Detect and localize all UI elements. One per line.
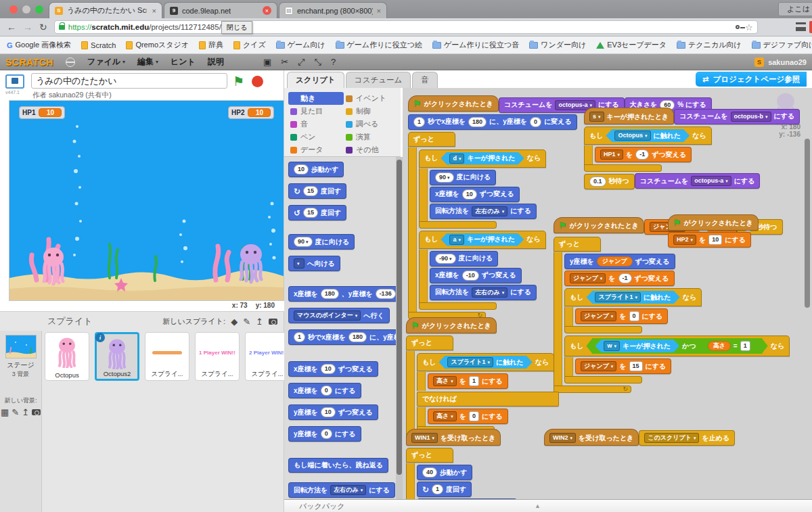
scratch-block[interactable]: もしスプライト1▾に触れたなら: [564, 288, 702, 306]
scratch-block[interactable]: ⚑がクリックされたとき: [408, 95, 499, 112]
bookmark-item[interactable]: GGoogle 画像検索: [7, 40, 71, 50]
c-block[interactable]: ずっと40歩動かす↻1度回すもし端に着いたら、跳ね返る↻: [406, 447, 517, 499]
dropdown-input[interactable]: マウスのポインター▾: [294, 310, 361, 321]
bookmark-star-icon[interactable]: ☆: [745, 22, 753, 32]
number-input[interactable]: 180: [321, 289, 339, 299]
c-block[interactable]: ずっともしスプライト1▾に触れたなら高さ▾を1にするでなければ高さ▾を0にする↻: [406, 335, 559, 443]
camera-icon[interactable]: [32, 409, 41, 415]
scratch-block[interactable]: マウスのポインター▾へ行く: [288, 308, 390, 323]
scratch-block[interactable]: ↻1度回す: [417, 482, 472, 497]
category-data[interactable]: データ: [288, 143, 344, 156]
category-motion[interactable]: 動き: [288, 92, 344, 105]
mac-minimize-button[interactable]: [22, 5, 30, 14]
tab-scripts[interactable]: スクリプト: [287, 72, 344, 88]
scratch-block[interactable]: x座標を180、y座標を-136にする: [288, 286, 397, 302]
number-input[interactable]: -1: [618, 273, 632, 283]
dropdown-input[interactable]: ジャンプ▾: [581, 311, 616, 321]
url-input[interactable]: https:// scratch.mit.edu /projects/11271…: [54, 20, 758, 34]
bookmark-folder[interactable]: ゲーム作りに役立つ音: [432, 40, 519, 50]
c-block[interactable]: もしスプライト1▾に触れたならジャンプ▾を0にする: [564, 287, 702, 333]
value-input[interactable]: 10: [708, 235, 722, 245]
dropdown-input[interactable]: d▾: [449, 154, 464, 164]
number-input[interactable]: 10: [321, 364, 336, 374]
bookmark-item[interactable]: クイズ: [233, 40, 266, 50]
scratch-block[interactable]: ずっと: [408, 132, 455, 147]
category-events[interactable]: イベント: [344, 92, 398, 105]
dropdown-input[interactable]: HP2▾: [673, 235, 696, 245]
scratch-block[interactable]: WIN2▾を受け取ったとき: [544, 429, 639, 446]
c-block[interactable]: ずっとy座標をジャンプずつ変えるジャンプ▾を-1ずつ変えるもしスプライト1▾に触…: [554, 236, 790, 393]
c-block[interactable]: もしd▾キーが押されたなら90▾度に向けるx座標を10ずつ変える回転方法を左右の…: [419, 149, 546, 229]
bookmark-folder[interactable]: デジファブ向け: [752, 40, 812, 50]
script-stack[interactable]: ⚑がクリックされたときずっともしスプライト1▾に触れたなら高さ▾を1にするでなけ…: [406, 317, 559, 444]
scratch-block[interactable]: x座標を10ずつ変える: [288, 361, 378, 377]
about-menu[interactable]: 説明: [208, 56, 224, 68]
number-input[interactable]: 40: [422, 467, 437, 478]
reload-icon[interactable]: ↻: [39, 22, 47, 32]
dropdown-input[interactable]: スプライト1▾: [447, 357, 493, 367]
scratch-block[interactable]: もし端に着いたら、跳ね返る: [288, 458, 388, 473]
scratch-block[interactable]: 90▾度に向ける: [430, 170, 496, 185]
palette-scrollbar-thumb[interactable]: [397, 160, 402, 475]
dropdown-input[interactable]: スプライト1▾: [595, 292, 641, 302]
number-input[interactable]: 1: [413, 117, 425, 127]
scratch-block[interactable]: 0.1秒待つ: [584, 174, 635, 189]
scratch-block[interactable]: ずっと: [406, 448, 453, 463]
stop-button[interactable]: [252, 76, 263, 87]
number-input[interactable]: 0.1: [589, 177, 606, 187]
forward-icon[interactable]: →: [23, 22, 32, 32]
tab-sounds[interactable]: 音: [412, 72, 438, 88]
variable-reporter[interactable]: 高さ: [708, 341, 731, 351]
chrome-menu-icon[interactable]: [796, 22, 806, 31]
stage-selector[interactable]: ステージ 3 背景 新しい背景: ▦ ✎ ↥: [0, 331, 42, 512]
number-input[interactable]: 180: [348, 332, 367, 342]
bookmark-folder[interactable]: ワンダー向け: [529, 40, 586, 50]
dropdown-input[interactable]: 左右のみ▾: [472, 287, 508, 298]
scratch-block[interactable]: x座標を10ずつ変える: [430, 187, 520, 202]
scratch-block[interactable]: 高さ▾を1にする: [428, 373, 508, 389]
sprite-library-icon[interactable]: ◆: [231, 317, 238, 326]
c-block[interactable]: もしOctopus▾に触れたならHP1▾を-1ずつ変える: [584, 126, 800, 172]
c-block[interactable]: もしa▾キーが押されたなら-90▾度に向けるx座標を-10ずつ変える回転方法を左…: [419, 230, 546, 310]
back-icon[interactable]: ←: [7, 22, 16, 32]
c-block[interactable]: もしスプライト1▾に触れたなら高さ▾を1にするでなければ高さ▾を0にする: [417, 352, 559, 434]
value-input[interactable]: 0: [629, 311, 639, 321]
number-input[interactable]: 1: [294, 332, 305, 342]
edit-menu[interactable]: 編集▾: [137, 56, 158, 68]
scratch-block[interactable]: x座標を-10ずつ変える: [430, 268, 522, 283]
fullscreen-button[interactable]: [5, 74, 24, 89]
scratch-block[interactable]: 高さ▾を0にする: [428, 409, 508, 424]
number-input[interactable]: 10: [294, 164, 309, 174]
scratch-block[interactable]: 10歩動かす: [288, 162, 344, 177]
scratch-block[interactable]: WIN1▾を受け取ったとき: [406, 429, 501, 446]
tab-costumes[interactable]: コスチューム: [346, 72, 411, 88]
scratch-block[interactable]: このスクリプト▾を止める: [639, 430, 735, 446]
number-dropdown-input[interactable]: 90▾: [435, 172, 454, 183]
scratch-block[interactable]: ⚑がクリックされたとき: [668, 214, 759, 231]
number-input[interactable]: 15: [303, 208, 318, 218]
stage[interactable]: HP1 10 HP2 10: [9, 100, 284, 301]
scripts-workspace[interactable]: x: 180 y: -136 ⊖ = ⊕ ⚑がクリックされたときコスチュームをo…: [403, 88, 812, 499]
backpack-bar[interactable]: バックパック ▲: [284, 499, 812, 512]
camera-icon[interactable]: [269, 319, 277, 325]
number-input[interactable]: 0: [321, 386, 332, 396]
category-more[interactable]: その他: [344, 143, 398, 156]
category-looks[interactable]: 見た目: [288, 105, 344, 118]
browser-tab-9leap[interactable]: 9 code.9leap.net ×: [164, 2, 277, 18]
number-input[interactable]: 0: [530, 117, 541, 127]
scratch-block[interactable]: ⚑がクリックされたとき: [554, 217, 644, 233]
scratch-block[interactable]: ジャンプ▾を15にする: [575, 358, 671, 374]
dropdown-input[interactable]: WIN2▾: [549, 433, 576, 443]
tips-menu[interactable]: ヒント: [171, 56, 196, 68]
bookmark-item[interactable]: Scratch: [81, 41, 116, 49]
scratch-block[interactable]: 回転方法を左右のみ▾にする: [430, 204, 537, 219]
sprite-card-win2[interactable]: 2 Player WIN!! スプライ...: [245, 332, 290, 381]
upload-sprite-icon[interactable]: ↥: [256, 317, 263, 326]
number-input[interactable]: 15: [303, 186, 318, 196]
paint-brush-icon[interactable]: ✎: [12, 408, 19, 417]
condition-hex[interactable]: w▾キーが押された: [595, 340, 679, 352]
number-input[interactable]: 1: [432, 484, 443, 494]
condition-hex[interactable]: Octopus▾に触れた: [606, 129, 690, 142]
value-input[interactable]: 15: [629, 361, 643, 371]
value-input[interactable]: 0: [469, 411, 479, 421]
